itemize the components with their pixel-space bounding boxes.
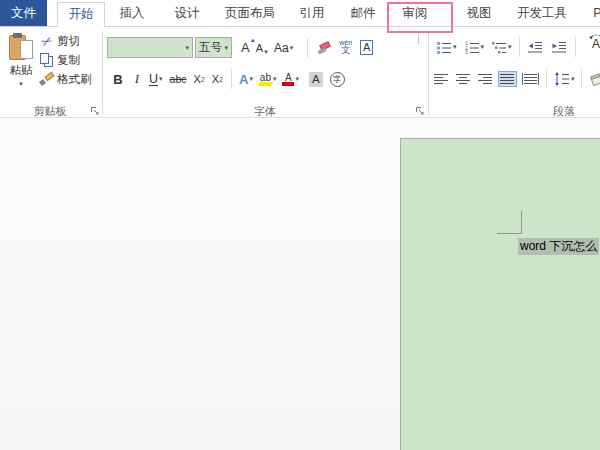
distributed-button[interactable] (520, 71, 541, 87)
clipboard-group-label: 剪贴板 (0, 104, 100, 118)
text-effects-button[interactable]: A ▾ (239, 72, 253, 87)
clipboard-dialog-launcher-icon[interactable] (90, 106, 100, 116)
font-dialog-launcher-icon[interactable] (415, 106, 425, 116)
paint-bucket-icon (589, 72, 600, 87)
strikethrough-button[interactable]: abc (170, 73, 187, 85)
tab-home[interactable]: 开始 (57, 2, 105, 27)
tab-design[interactable]: 设计 (163, 0, 211, 26)
margin-crop-mark-vertical (521, 211, 522, 234)
tab-file[interactable]: 文件 (0, 0, 47, 26)
tab-mailings[interactable]: 邮件 (336, 0, 390, 26)
tab-view[interactable]: 视图 (454, 0, 504, 26)
bullets-icon (436, 41, 452, 54)
multilevel-list-icon (491, 41, 507, 54)
document-page[interactable]: word 下沉怎么 (400, 138, 600, 450)
font-group-label: 字体 (104, 104, 426, 118)
annotation-pointer-line (418, 35, 419, 44)
bullets-button[interactable]: ▾ (434, 39, 459, 56)
text-highlight-button[interactable]: ab ▾ (259, 73, 277, 86)
paste-dropdown[interactable]: ▾ (19, 80, 23, 88)
justify-button[interactable] (498, 71, 517, 87)
text-direction-icon: A (586, 32, 600, 50)
tab-pdf[interactable]: PD (582, 0, 600, 26)
bold-button[interactable]: B (110, 72, 126, 87)
align-left-button[interactable] (432, 71, 451, 87)
underline-button[interactable]: U▾ (149, 73, 163, 86)
tab-page-layout[interactable]: 页面布局 (214, 0, 286, 26)
align-left-icon (434, 73, 449, 85)
tab-insert[interactable]: 插入 (108, 0, 156, 26)
tab-developer[interactable]: 开发工具 (506, 0, 578, 26)
ribbon: 粘贴 ▾ ✂ 剪切 复制 格式刷 剪贴板 ▾ (0, 28, 600, 118)
italic-button[interactable]: I (130, 71, 144, 87)
justify-icon (500, 73, 515, 85)
separator (519, 37, 520, 57)
text-effects-icon: A (239, 72, 248, 87)
document-area[interactable]: word 下沉怎么 (0, 119, 600, 450)
enclose-characters-button[interactable]: 字 (330, 72, 345, 87)
superscript-button[interactable]: X2 (212, 73, 223, 85)
format-painter-label: 格式刷 (57, 72, 92, 87)
font-size-value: 五号 (199, 40, 222, 55)
cut-button[interactable]: ✂ 剪切 (40, 32, 92, 50)
numbering-button[interactable]: 123 ▾ (462, 39, 487, 56)
underline-dropdown-icon[interactable]: ▾ (159, 75, 163, 83)
clear-formatting-button[interactable] (317, 41, 333, 55)
align-center-icon (456, 73, 471, 85)
font-color-button[interactable]: A ▾ (282, 73, 299, 86)
font-row-1: ▾ 五号 ▾ A▲ A▼ Aa▾ wén 文 (107, 36, 373, 59)
clipboard-paste-icon (9, 33, 33, 61)
separator (581, 69, 582, 89)
review-tab-annotation-box (387, 2, 453, 33)
change-case-button[interactable]: Aa▾ (274, 41, 293, 55)
increase-indent-button[interactable] (549, 39, 569, 56)
shrink-font-arrow-icon: ▼ (263, 49, 269, 55)
separator (546, 69, 547, 89)
svg-text:A: A (592, 37, 600, 50)
font-row-2: B I U▾ abc X2 X2 A ▾ ab ▾ (110, 67, 345, 91)
paragraph-row-1: ▾ 123 ▾ ▾ (434, 36, 579, 58)
highlighter-icon: ab (259, 73, 272, 86)
copy-icon (40, 53, 54, 67)
subscript-button[interactable]: X2 (193, 73, 204, 85)
font-name-combo[interactable]: ▾ (107, 37, 193, 58)
separator (575, 37, 576, 57)
tab-references[interactable]: 引用 (284, 0, 340, 26)
font-name-dropdown-icon[interactable]: ▾ (185, 44, 189, 52)
group-separator (102, 31, 103, 115)
shading-button[interactable] (587, 70, 600, 89)
clipboard-small-buttons: ✂ 剪切 复制 格式刷 (40, 32, 92, 89)
font-color-icon: A (282, 73, 294, 86)
align-right-button[interactable] (476, 71, 495, 87)
line-spacing-button[interactable]: ▾ (552, 70, 577, 88)
grow-font-button[interactable]: A▲ (238, 40, 253, 55)
decrease-indent-button[interactable] (525, 39, 545, 56)
enclose-characters-icon: 字 (330, 72, 345, 87)
margin-crop-mark-horizontal (497, 233, 522, 234)
character-border-button[interactable]: A (360, 40, 373, 55)
paragraph-group-label: 段落 (544, 104, 584, 118)
separator (231, 69, 232, 89)
format-painter-button[interactable]: 格式刷 (40, 70, 92, 88)
align-right-icon (478, 73, 493, 85)
text-direction-button[interactable]: A (584, 30, 600, 52)
word-window: 文件 开始 插入 设计 页面布局 引用 邮件 审阅 视图 开发工具 PD 粘贴 … (0, 0, 600, 450)
phonetic-guide-icon: wén 文 (339, 40, 352, 55)
cut-label: 剪切 (57, 34, 80, 49)
paste-label: 粘贴 (10, 63, 33, 78)
paste-button[interactable]: 粘贴 ▾ (2, 32, 40, 98)
multilevel-list-button[interactable]: ▾ (489, 39, 514, 56)
phonetic-guide-button[interactable]: wén 文 (339, 40, 352, 55)
copy-button[interactable]: 复制 (40, 51, 92, 69)
font-size-combo[interactable]: 五号 ▾ (195, 37, 232, 58)
shrink-font-button[interactable]: A▼ (253, 42, 266, 54)
character-shading-button[interactable]: A (309, 72, 323, 87)
increase-indent-icon (551, 41, 567, 54)
selected-document-text[interactable]: word 下沉怎么 (518, 238, 599, 255)
ribbon-tab-bar: 文件 开始 插入 设计 页面布局 引用 邮件 审阅 视图 开发工具 PD (0, 0, 600, 27)
group-separator (428, 31, 429, 115)
align-center-button[interactable] (454, 71, 473, 87)
character-shading-icon: A (309, 72, 323, 87)
font-size-dropdown-icon[interactable]: ▾ (224, 44, 228, 52)
paragraph-row-2: ▾ (432, 68, 600, 90)
